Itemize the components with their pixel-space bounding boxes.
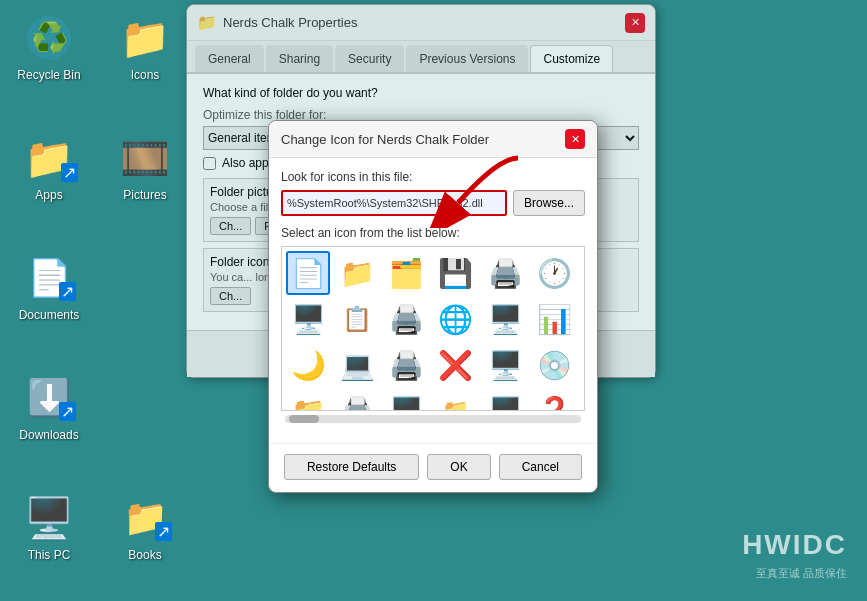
ci-icon-12[interactable]: 🌙 xyxy=(286,343,330,387)
books-label: Books xyxy=(128,548,161,562)
desktop-icon-this-pc[interactable]: 🖥️ This PC xyxy=(4,488,94,566)
choose-file-button[interactable]: Ch... xyxy=(210,217,251,235)
ci-icon-11[interactable]: 📊 xyxy=(533,297,577,341)
ci-icon-1[interactable]: 📁 xyxy=(335,251,379,295)
ci-icon-4[interactable]: 🖨️ xyxy=(483,251,527,295)
apps-label: Apps xyxy=(35,188,62,202)
ci-icon-14[interactable]: 🖨️ xyxy=(385,343,429,387)
ci-icon-7[interactable]: 📋 xyxy=(335,297,379,341)
ci-icon-21[interactable]: 📁 xyxy=(434,389,478,411)
ci-file-row: Browse... xyxy=(281,190,585,216)
ci-bottom-buttons: Restore Defaults OK Cancel xyxy=(269,443,597,492)
ci-file-input[interactable] xyxy=(281,190,507,216)
recycle-bin-label: Recycle Bin xyxy=(17,68,80,82)
desktop-icon-books[interactable]: 📁↗ Books xyxy=(100,488,190,566)
documents-label: Documents xyxy=(19,308,80,322)
tab-security[interactable]: Security xyxy=(335,45,404,72)
ci-icon-10[interactable]: 🖥️ xyxy=(483,297,527,341)
properties-titlebar: 📁 Nerds Chalk Properties ✕ xyxy=(187,5,655,41)
ci-scrollbar[interactable] xyxy=(285,415,581,423)
ci-icon-9[interactable]: 🌐 xyxy=(434,297,478,341)
ci-icon-19[interactable]: 🖨️ xyxy=(335,389,379,411)
properties-close-button[interactable]: ✕ xyxy=(625,13,645,33)
tab-sharing[interactable]: Sharing xyxy=(266,45,333,72)
ci-restore-defaults-button[interactable]: Restore Defaults xyxy=(284,454,419,480)
ci-ok-button[interactable]: OK xyxy=(427,454,490,480)
ci-cancel-button[interactable]: Cancel xyxy=(499,454,582,480)
ci-file-label: Look for icons in this file: xyxy=(281,170,585,184)
pictures-label: Pictures xyxy=(123,188,166,202)
ci-close-button[interactable]: ✕ xyxy=(565,129,585,149)
downloads-label: Downloads xyxy=(19,428,78,442)
svg-text:♻️: ♻️ xyxy=(31,20,69,56)
desktop-icon-apps[interactable]: 📁↗ Apps xyxy=(4,128,94,206)
ci-icon-22[interactable]: 🖥️ xyxy=(483,389,527,411)
ci-icon-5[interactable]: 🕐 xyxy=(533,251,577,295)
ci-icon-23[interactable]: ❓ xyxy=(533,389,577,411)
tab-general[interactable]: General xyxy=(195,45,264,72)
desktop-icon-icons[interactable]: 📁 Icons xyxy=(100,8,190,86)
desktop-icon-downloads[interactable]: ⬇️↗ Downloads xyxy=(4,368,94,446)
properties-folder-icon: 📁 xyxy=(197,13,217,32)
this-pc-label: This PC xyxy=(28,548,71,562)
icons-label: Icons xyxy=(131,68,160,82)
change-icon-btn-bg[interactable]: Ch... xyxy=(210,287,251,305)
watermark-subtext: 至真至诚 品质保住 xyxy=(756,566,847,581)
desktop-icon-recycle-bin[interactable]: ♻️ Recycle Bin xyxy=(4,8,94,86)
ci-icon-8[interactable]: 🖨️ xyxy=(385,297,429,341)
change-icon-dialog: Change Icon for Nerds Chalk Folder ✕ Loo… xyxy=(268,120,598,493)
ci-icon-3[interactable]: 💾 xyxy=(434,251,478,295)
also-apply-checkbox[interactable] xyxy=(203,157,216,170)
what-kind-label: What kind of folder do you want? xyxy=(203,86,639,100)
desktop-icon-documents[interactable]: 📄↗ Documents xyxy=(4,248,94,326)
watermark: HWIDC xyxy=(742,529,847,561)
ci-scrollbar-thumb xyxy=(289,415,319,423)
ci-icon-0[interactable]: 📄 xyxy=(286,251,330,295)
properties-tabs: General Sharing Security Previous Versio… xyxy=(187,41,655,74)
ci-icon-6[interactable]: 🖥️ xyxy=(286,297,330,341)
ci-icon-2[interactable]: 🗂️ xyxy=(385,251,429,295)
tab-previous-versions[interactable]: Previous Versions xyxy=(406,45,528,72)
ci-titlebar: Change Icon for Nerds Chalk Folder ✕ xyxy=(269,121,597,158)
ci-icon-18[interactable]: 📁 xyxy=(286,389,330,411)
ci-browse-button[interactable]: Browse... xyxy=(513,190,585,216)
tab-customize[interactable]: Customize xyxy=(530,45,613,72)
ci-icon-16[interactable]: 🖥️ xyxy=(483,343,527,387)
desktop-icon-pictures[interactable]: 🎞️ Pictures xyxy=(100,128,190,206)
ci-icons-label: Select an icon from the list below: xyxy=(281,226,585,240)
ci-body: Look for icons in this file: Browse... S… xyxy=(269,158,597,435)
ci-icon-17[interactable]: 💿 xyxy=(533,343,577,387)
properties-title: Nerds Chalk Properties xyxy=(223,15,625,30)
ci-title: Change Icon for Nerds Chalk Folder xyxy=(281,132,565,147)
ci-icons-grid: 📄 📁 🗂️ 💾 🖨️ 🕐 🖥️ 📋 🖨️ 🌐 🖥️ 📊 🌙 💻 🖨️ ❌ � xyxy=(281,246,585,411)
ci-icon-20[interactable]: 🖥️ xyxy=(385,389,429,411)
ci-icon-13[interactable]: 💻 xyxy=(335,343,379,387)
desktop: ♻️ Recycle Bin 📁 Icons 📁↗ Apps 🎞️ Pictur… xyxy=(0,0,867,601)
ci-icon-15[interactable]: ❌ xyxy=(434,343,478,387)
